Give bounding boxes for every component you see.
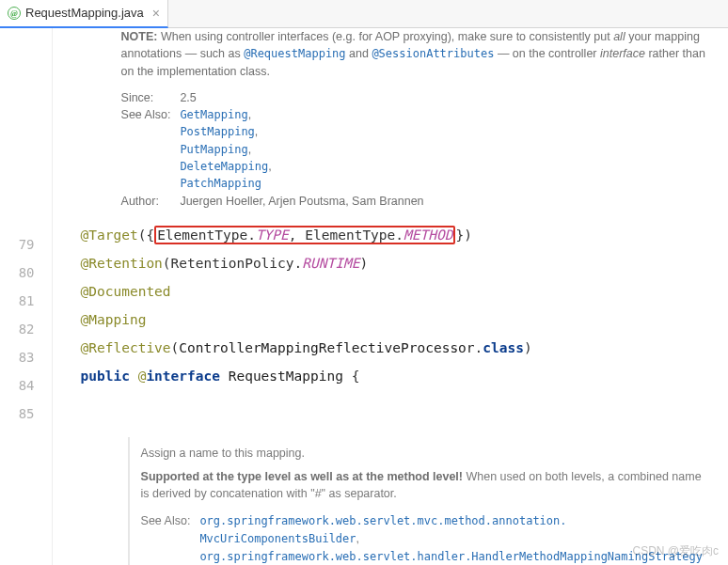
at-icon: @ bbox=[8, 7, 21, 20]
line-number-gutter: 79 80 81 82 83 84 85 bbox=[0, 28, 52, 565]
code-line-82[interactable]: @Mapping bbox=[81, 306, 728, 334]
inner-see-label: See Also: bbox=[141, 512, 200, 565]
javadoc-block: NOTE: When using controller interfaces (… bbox=[81, 28, 728, 221]
editor-pane: 79 80 81 82 83 84 85 NOTE: When using co… bbox=[0, 28, 728, 565]
tab-filename: RequestMapping.java bbox=[25, 6, 144, 20]
doc-link[interactable]: GetMapping bbox=[180, 108, 247, 121]
javadoc-note: NOTE: When using controller interfaces (… bbox=[121, 28, 719, 80]
close-icon[interactable]: × bbox=[152, 6, 160, 21]
doc-link[interactable]: PatchMapping bbox=[180, 177, 261, 190]
tab-bar: @ RequestMapping.java × bbox=[0, 0, 728, 28]
inner-doc-title: Assign a name to this mapping. bbox=[141, 445, 703, 463]
doc-link[interactable]: PutMapping bbox=[180, 143, 247, 156]
inner-javadoc: Assign a name to this mapping. Supported… bbox=[128, 437, 714, 565]
line-number: 82 bbox=[0, 315, 35, 343]
since-label: Since: bbox=[121, 89, 181, 106]
see-also-label: See Also: bbox=[121, 106, 181, 193]
code-area[interactable]: NOTE: When using controller interfaces (… bbox=[52, 28, 728, 565]
line-number: 81 bbox=[0, 287, 35, 315]
highlight-box: ElementType.TYPE, ElementType.METHOD bbox=[154, 226, 455, 244]
code-line-79[interactable]: @Target({ElementType.TYPE, ElementType.M… bbox=[81, 221, 728, 249]
code-lines[interactable]: @Target({ElementType.TYPE, ElementType.M… bbox=[81, 221, 728, 418]
line-number: 79 bbox=[0, 230, 35, 259]
see-also-links: GetMapping, PostMapping, PutMapping, Del… bbox=[180, 106, 423, 193]
note-label: NOTE: bbox=[121, 30, 158, 43]
doc-link[interactable]: PostMapping bbox=[180, 125, 254, 138]
editor-tab[interactable]: @ RequestMapping.java × bbox=[0, 0, 168, 28]
doc-link[interactable]: org.springframework.web.servlet.handler.… bbox=[199, 550, 703, 563]
code-line-80[interactable]: @Retention(RetentionPolicy.RUNTIME) bbox=[81, 249, 728, 277]
doc-link[interactable]: org.springframework.web.servlet.mvc.meth… bbox=[199, 514, 566, 545]
inner-doc-body: Supported at the type level as well as a… bbox=[141, 468, 703, 504]
code-line-81[interactable]: @Documented bbox=[81, 277, 728, 306]
line-number: 83 bbox=[0, 343, 35, 371]
code-line-83[interactable]: @Reflective(ControllerMappingReflectiveP… bbox=[81, 334, 728, 362]
line-number: 85 bbox=[0, 400, 35, 428]
author-label: Author: bbox=[121, 193, 181, 210]
line-number: 84 bbox=[0, 371, 35, 400]
watermark: CSDN @爱吃肉c bbox=[632, 543, 719, 559]
code-line-84[interactable]: public @interface RequestMapping { bbox=[81, 362, 728, 390]
since-value: 2.5 bbox=[180, 89, 423, 106]
line-number: 80 bbox=[0, 259, 35, 287]
author-value: Juergen Hoeller, Arjen Poutsma, Sam Bran… bbox=[180, 193, 423, 210]
doc-link[interactable]: DeleteMapping bbox=[180, 160, 268, 173]
code-line-85[interactable] bbox=[81, 390, 728, 418]
